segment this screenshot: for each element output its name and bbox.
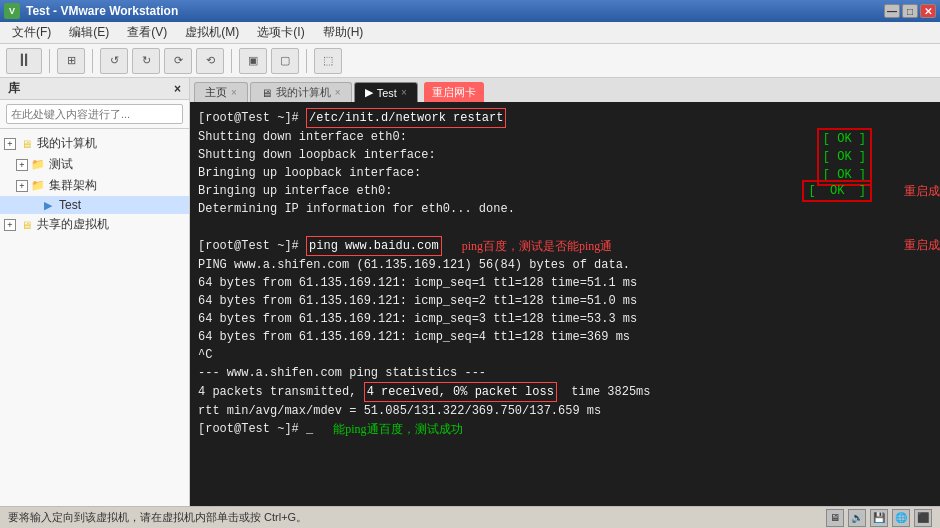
terminal[interactable]: [root@Test ~]# /etc/init.d/network resta… [190, 102, 940, 506]
sidebar: 库 × + 🖥 我的计算机 + 📁 测试 + 📁 集群架构 [0, 78, 190, 506]
toolbar-btn-3[interactable]: ↻ [132, 48, 160, 74]
tabs-bar: 主页 × 🖥 我的计算机 × ▶ Test × 重启网卡 [190, 78, 940, 102]
terminal-ping-1: 64 bytes from 61.135.169.121: icmp_seq=1… [198, 274, 932, 292]
sidebar-item-test-vm[interactable]: ▶ Test [0, 196, 189, 214]
expand-icon-cluster[interactable]: + [16, 180, 28, 192]
terminal-rtt: rtt min/avg/max/mdev = 51.085/131.322/36… [198, 402, 932, 420]
restart-success-annotation: 重启成功 [904, 182, 940, 200]
toolbar-sep-2 [92, 49, 93, 73]
expand-icon-shared[interactable]: + [4, 219, 16, 231]
tab-test-label: Test [377, 87, 397, 99]
maximize-button[interactable]: □ [902, 4, 918, 18]
expand-icon[interactable]: + [4, 138, 16, 150]
sidebar-item-cluster[interactable]: + 📁 集群架构 [0, 175, 189, 196]
terminal-line-5: Bringing up interface eth0: [ OK ] 重启成功 [198, 182, 812, 200]
status-icon-2[interactable]: 🔊 [848, 509, 866, 527]
menu-bar: 文件(F) 编辑(E) 查看(V) 虚拟机(M) 选项卡(I) 帮助(H) [0, 22, 940, 44]
tab-home-close[interactable]: × [231, 87, 237, 98]
title-bar: V Test - VMware Workstation — □ ✕ [0, 0, 940, 22]
toolbar-btn-5[interactable]: ⟲ [196, 48, 224, 74]
computer-icon: 🖥 [18, 137, 34, 151]
vm-icon: ▶ [40, 198, 56, 212]
terminal-stats-header: --- www.a.shifen.com ping statistics --- [198, 364, 932, 382]
folder-icon-test: 📁 [30, 158, 46, 172]
tree-label-test-vm: Test [59, 198, 81, 212]
terminal-ping-section: [root@Test ~]# ping www.baidu.com ping百度… [198, 236, 932, 256]
main-container: 库 × + 🖥 我的计算机 + 📁 测试 + 📁 集群架构 [0, 78, 940, 506]
menu-view[interactable]: 查看(V) [119, 22, 175, 43]
toolbar-btn-2[interactable]: ↺ [100, 48, 128, 74]
terminal-line-1: [root@Test ~]# /etc/init.d/network resta… [198, 108, 932, 128]
terminal-ping-info: PING www.a.shifen.com (61.135.169.121) 5… [198, 256, 932, 274]
status-icons: 🖥 🔊 💾 🌐 ⬛ [826, 509, 932, 527]
sidebar-item-shared[interactable]: + 🖥 共享的虚拟机 [0, 214, 189, 235]
network-restart-cmd: /etc/init.d/network restart [306, 108, 506, 128]
ok-boxes: [ OK ] [ OK ] [ OK ] [817, 128, 872, 186]
sidebar-close-icon[interactable]: × [174, 82, 181, 96]
minimize-button[interactable]: — [884, 4, 900, 18]
terminal-ping-3: 64 bytes from 61.135.169.121: icmp_seq=3… [198, 310, 932, 328]
terminal-section-ok: [ OK ] [ OK ] [ OK ] Shutting down inter… [198, 128, 932, 218]
folder-icon-cluster: 📁 [30, 179, 46, 193]
pause-button[interactable]: ⏸ [6, 48, 42, 74]
sidebar-item-test-folder[interactable]: + 📁 测试 [0, 154, 189, 175]
tab-mycomputer-close[interactable]: × [335, 87, 341, 98]
toolbar-btn-monitor[interactable]: ⬚ [314, 48, 342, 74]
menu-help[interactable]: 帮助(H) [315, 22, 372, 43]
restart-network-button[interactable]: 重启网卡 [424, 82, 484, 102]
menu-tab[interactable]: 选项卡(I) [249, 22, 312, 43]
tab-test-close[interactable]: × [401, 87, 407, 98]
sidebar-tree: + 🖥 我的计算机 + 📁 测试 + 📁 集群架构 ▶ Test [0, 129, 189, 506]
menu-file[interactable]: 文件(F) [4, 22, 59, 43]
expand-icon-test[interactable]: + [16, 159, 28, 171]
ok-4: [ OK ] [802, 180, 872, 202]
toolbar-btn-4[interactable]: ⟳ [164, 48, 192, 74]
sidebar-item-mycomputer[interactable]: + 🖥 我的计算机 [0, 133, 189, 154]
tab-test[interactable]: ▶ Test × [354, 82, 418, 102]
status-icon-1[interactable]: 🖥 [826, 509, 844, 527]
terminal-ping-2: 64 bytes from 61.135.169.121: icmp_seq=2… [198, 292, 932, 310]
status-bar: 要将输入定向到该虚拟机，请在虚拟机内部单击或按 Ctrl+G。 🖥 🔊 💾 🌐 … [0, 506, 940, 528]
window-title: Test - VMware Workstation [26, 4, 178, 18]
terminal-line-ping-cmd: [root@Test ~]# ping www.baidu.com ping百度… [198, 236, 932, 256]
toolbar-btn-screen[interactable]: ▣ [239, 48, 267, 74]
close-button[interactable]: ✕ [920, 4, 936, 18]
prompt-1: [root@Test ~]# [198, 109, 306, 127]
sidebar-header: 库 × [0, 78, 189, 100]
terminal-blank-1 [198, 218, 932, 236]
status-icon-3[interactable]: 💾 [870, 509, 888, 527]
tree-label-cluster: 集群架构 [49, 177, 97, 194]
terminal-ctrlc: ^C [198, 346, 932, 364]
search-input[interactable] [6, 104, 183, 124]
menu-edit[interactable]: 编辑(E) [61, 22, 117, 43]
toolbar-sep-1 [49, 49, 50, 73]
terminal-prompt-final: [root@Test ~]# _ 能ping通百度，测试成功 [198, 420, 932, 438]
toolbar-btn-screen2[interactable]: ▢ [271, 48, 299, 74]
status-icon-4[interactable]: 🌐 [892, 509, 910, 527]
tab-home[interactable]: 主页 × [194, 82, 248, 102]
terminal-line-3: Shutting down loopback interface: [198, 146, 812, 164]
menu-vm[interactable]: 虚拟机(M) [177, 22, 247, 43]
toolbar-btn-1[interactable]: ⊞ [57, 48, 85, 74]
status-icon-5[interactable]: ⬛ [914, 509, 932, 527]
tree-label-test-folder: 测试 [49, 156, 73, 173]
app-icon: V [4, 3, 20, 19]
content-area: 主页 × 🖥 我的计算机 × ▶ Test × 重启网卡 [root@Test … [190, 78, 940, 506]
terminal-line-4: Bringing up loopback interface: [198, 164, 812, 182]
terminal-ping-4: 64 bytes from 61.135.169.121: icmp_seq=4… [198, 328, 932, 346]
tab-mycomputer-label: 我的计算机 [276, 85, 331, 100]
tab-mycomputer[interactable]: 🖥 我的计算机 × [250, 82, 352, 102]
restart-success-right: 重启成功 [904, 236, 940, 254]
tree-label-shared: 共享的虚拟机 [37, 216, 109, 233]
toolbar: ⏸ ⊞ ↺ ↻ ⟳ ⟲ ▣ ▢ ⬚ [0, 44, 940, 78]
toolbar-sep-4 [306, 49, 307, 73]
sidebar-search [0, 100, 189, 129]
tab-home-label: 主页 [205, 85, 227, 100]
ping-annotation: ping百度，测试是否能ping通 [462, 237, 613, 255]
tree-label-mycomputer: 我的计算机 [37, 135, 97, 152]
tab-test-icon: ▶ [365, 86, 373, 99]
ok-2: [ OK ] [823, 148, 866, 166]
tab-mycomputer-icon: 🖥 [261, 87, 272, 99]
terminal-line-6: Determining IP information for eth0... d… [198, 200, 812, 218]
terminal-content: [root@Test ~]# /etc/init.d/network resta… [198, 108, 932, 438]
